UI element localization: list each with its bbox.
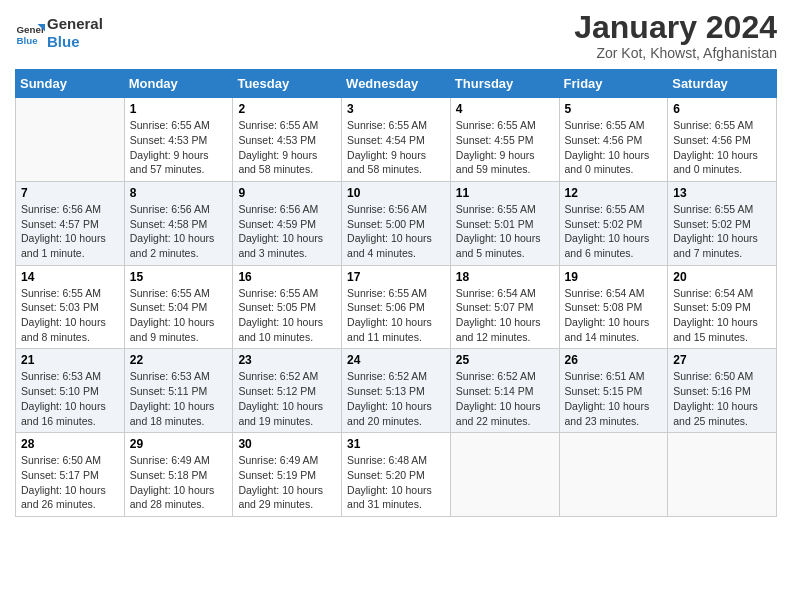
calendar-cell: 10Sunrise: 6:56 AMSunset: 5:00 PMDayligh… bbox=[342, 181, 451, 265]
day-info: Sunrise: 6:55 AMSunset: 4:53 PMDaylight:… bbox=[130, 118, 228, 177]
calendar-cell: 12Sunrise: 6:55 AMSunset: 5:02 PMDayligh… bbox=[559, 181, 668, 265]
day-info: Sunrise: 6:55 AMSunset: 4:55 PMDaylight:… bbox=[456, 118, 554, 177]
day-info: Sunrise: 6:48 AMSunset: 5:20 PMDaylight:… bbox=[347, 453, 445, 512]
day-number: 20 bbox=[673, 270, 771, 284]
day-info: Sunrise: 6:50 AMSunset: 5:17 PMDaylight:… bbox=[21, 453, 119, 512]
calendar-cell: 8Sunrise: 6:56 AMSunset: 4:58 PMDaylight… bbox=[124, 181, 233, 265]
day-number: 28 bbox=[21, 437, 119, 451]
logo-general: General bbox=[47, 15, 103, 33]
calendar-cell: 19Sunrise: 6:54 AMSunset: 5:08 PMDayligh… bbox=[559, 265, 668, 349]
header-day-sunday: Sunday bbox=[16, 70, 125, 98]
calendar-cell: 5Sunrise: 6:55 AMSunset: 4:56 PMDaylight… bbox=[559, 98, 668, 182]
calendar-cell: 26Sunrise: 6:51 AMSunset: 5:15 PMDayligh… bbox=[559, 349, 668, 433]
calendar-cell: 3Sunrise: 6:55 AMSunset: 4:54 PMDaylight… bbox=[342, 98, 451, 182]
day-info: Sunrise: 6:53 AMSunset: 5:10 PMDaylight:… bbox=[21, 369, 119, 428]
title-block: January 2024 Zor Kot, Khowst, Afghanista… bbox=[574, 10, 777, 61]
calendar-cell: 17Sunrise: 6:55 AMSunset: 5:06 PMDayligh… bbox=[342, 265, 451, 349]
calendar-cell: 22Sunrise: 6:53 AMSunset: 5:11 PMDayligh… bbox=[124, 349, 233, 433]
calendar-cell: 31Sunrise: 6:48 AMSunset: 5:20 PMDayligh… bbox=[342, 433, 451, 517]
day-info: Sunrise: 6:55 AMSunset: 5:05 PMDaylight:… bbox=[238, 286, 336, 345]
day-number: 10 bbox=[347, 186, 445, 200]
day-info: Sunrise: 6:49 AMSunset: 5:19 PMDaylight:… bbox=[238, 453, 336, 512]
day-number: 11 bbox=[456, 186, 554, 200]
calendar-cell: 24Sunrise: 6:52 AMSunset: 5:13 PMDayligh… bbox=[342, 349, 451, 433]
day-info: Sunrise: 6:55 AMSunset: 4:56 PMDaylight:… bbox=[565, 118, 663, 177]
calendar-cell: 1Sunrise: 6:55 AMSunset: 4:53 PMDaylight… bbox=[124, 98, 233, 182]
logo-blue: Blue bbox=[47, 33, 103, 51]
calendar-cell: 15Sunrise: 6:55 AMSunset: 5:04 PMDayligh… bbox=[124, 265, 233, 349]
day-info: Sunrise: 6:55 AMSunset: 5:01 PMDaylight:… bbox=[456, 202, 554, 261]
day-info: Sunrise: 6:55 AMSunset: 5:04 PMDaylight:… bbox=[130, 286, 228, 345]
calendar-cell: 6Sunrise: 6:55 AMSunset: 4:56 PMDaylight… bbox=[668, 98, 777, 182]
day-info: Sunrise: 6:52 AMSunset: 5:14 PMDaylight:… bbox=[456, 369, 554, 428]
day-number: 21 bbox=[21, 353, 119, 367]
day-number: 16 bbox=[238, 270, 336, 284]
day-info: Sunrise: 6:52 AMSunset: 5:12 PMDaylight:… bbox=[238, 369, 336, 428]
header-day-wednesday: Wednesday bbox=[342, 70, 451, 98]
day-number: 22 bbox=[130, 353, 228, 367]
day-info: Sunrise: 6:55 AMSunset: 5:06 PMDaylight:… bbox=[347, 286, 445, 345]
calendar-cell: 20Sunrise: 6:54 AMSunset: 5:09 PMDayligh… bbox=[668, 265, 777, 349]
calendar-cell: 18Sunrise: 6:54 AMSunset: 5:07 PMDayligh… bbox=[450, 265, 559, 349]
header-day-tuesday: Tuesday bbox=[233, 70, 342, 98]
calendar-cell: 29Sunrise: 6:49 AMSunset: 5:18 PMDayligh… bbox=[124, 433, 233, 517]
week-row-2: 7Sunrise: 6:56 AMSunset: 4:57 PMDaylight… bbox=[16, 181, 777, 265]
day-info: Sunrise: 6:52 AMSunset: 5:13 PMDaylight:… bbox=[347, 369, 445, 428]
day-info: Sunrise: 6:54 AMSunset: 5:07 PMDaylight:… bbox=[456, 286, 554, 345]
calendar-cell: 16Sunrise: 6:55 AMSunset: 5:05 PMDayligh… bbox=[233, 265, 342, 349]
header-day-friday: Friday bbox=[559, 70, 668, 98]
location: Zor Kot, Khowst, Afghanistan bbox=[574, 45, 777, 61]
calendar-cell: 7Sunrise: 6:56 AMSunset: 4:57 PMDaylight… bbox=[16, 181, 125, 265]
day-number: 17 bbox=[347, 270, 445, 284]
day-number: 9 bbox=[238, 186, 336, 200]
day-number: 14 bbox=[21, 270, 119, 284]
calendar-cell bbox=[559, 433, 668, 517]
calendar-cell bbox=[668, 433, 777, 517]
day-number: 7 bbox=[21, 186, 119, 200]
week-row-4: 21Sunrise: 6:53 AMSunset: 5:10 PMDayligh… bbox=[16, 349, 777, 433]
day-number: 30 bbox=[238, 437, 336, 451]
day-number: 2 bbox=[238, 102, 336, 116]
day-number: 25 bbox=[456, 353, 554, 367]
header-day-thursday: Thursday bbox=[450, 70, 559, 98]
day-info: Sunrise: 6:56 AMSunset: 5:00 PMDaylight:… bbox=[347, 202, 445, 261]
day-info: Sunrise: 6:55 AMSunset: 4:54 PMDaylight:… bbox=[347, 118, 445, 177]
calendar-cell bbox=[450, 433, 559, 517]
week-row-3: 14Sunrise: 6:55 AMSunset: 5:03 PMDayligh… bbox=[16, 265, 777, 349]
day-info: Sunrise: 6:56 AMSunset: 4:57 PMDaylight:… bbox=[21, 202, 119, 261]
header-day-saturday: Saturday bbox=[668, 70, 777, 98]
calendar-cell: 4Sunrise: 6:55 AMSunset: 4:55 PMDaylight… bbox=[450, 98, 559, 182]
calendar-body: 1Sunrise: 6:55 AMSunset: 4:53 PMDaylight… bbox=[16, 98, 777, 517]
day-number: 12 bbox=[565, 186, 663, 200]
day-number: 24 bbox=[347, 353, 445, 367]
calendar-cell: 9Sunrise: 6:56 AMSunset: 4:59 PMDaylight… bbox=[233, 181, 342, 265]
calendar-header: SundayMondayTuesdayWednesdayThursdayFrid… bbox=[16, 70, 777, 98]
day-info: Sunrise: 6:55 AMSunset: 5:02 PMDaylight:… bbox=[673, 202, 771, 261]
day-number: 26 bbox=[565, 353, 663, 367]
day-number: 13 bbox=[673, 186, 771, 200]
day-number: 18 bbox=[456, 270, 554, 284]
header-day-monday: Monday bbox=[124, 70, 233, 98]
day-number: 27 bbox=[673, 353, 771, 367]
day-number: 6 bbox=[673, 102, 771, 116]
day-number: 4 bbox=[456, 102, 554, 116]
calendar-cell: 23Sunrise: 6:52 AMSunset: 5:12 PMDayligh… bbox=[233, 349, 342, 433]
header-row: SundayMondayTuesdayWednesdayThursdayFrid… bbox=[16, 70, 777, 98]
day-number: 5 bbox=[565, 102, 663, 116]
day-info: Sunrise: 6:56 AMSunset: 4:58 PMDaylight:… bbox=[130, 202, 228, 261]
day-info: Sunrise: 6:49 AMSunset: 5:18 PMDaylight:… bbox=[130, 453, 228, 512]
calendar-cell: 30Sunrise: 6:49 AMSunset: 5:19 PMDayligh… bbox=[233, 433, 342, 517]
day-number: 15 bbox=[130, 270, 228, 284]
day-info: Sunrise: 6:55 AMSunset: 4:56 PMDaylight:… bbox=[673, 118, 771, 177]
calendar-cell: 28Sunrise: 6:50 AMSunset: 5:17 PMDayligh… bbox=[16, 433, 125, 517]
calendar-cell: 25Sunrise: 6:52 AMSunset: 5:14 PMDayligh… bbox=[450, 349, 559, 433]
day-number: 31 bbox=[347, 437, 445, 451]
day-info: Sunrise: 6:53 AMSunset: 5:11 PMDaylight:… bbox=[130, 369, 228, 428]
day-info: Sunrise: 6:55 AMSunset: 5:02 PMDaylight:… bbox=[565, 202, 663, 261]
day-info: Sunrise: 6:54 AMSunset: 5:08 PMDaylight:… bbox=[565, 286, 663, 345]
day-info: Sunrise: 6:55 AMSunset: 4:53 PMDaylight:… bbox=[238, 118, 336, 177]
day-info: Sunrise: 6:55 AMSunset: 5:03 PMDaylight:… bbox=[21, 286, 119, 345]
day-number: 3 bbox=[347, 102, 445, 116]
day-number: 29 bbox=[130, 437, 228, 451]
calendar-cell: 21Sunrise: 6:53 AMSunset: 5:10 PMDayligh… bbox=[16, 349, 125, 433]
